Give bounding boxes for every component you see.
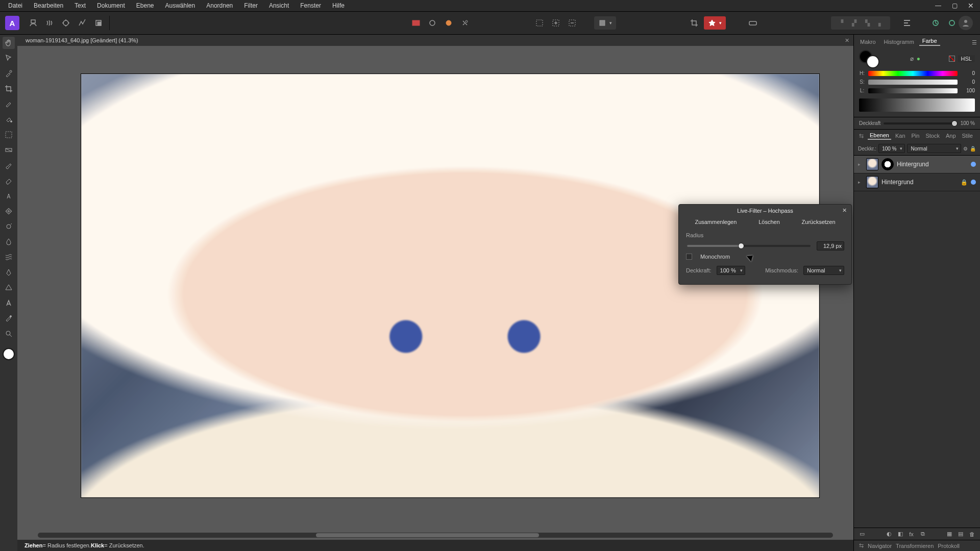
horizontal-scrollbar[interactable] <box>38 533 833 538</box>
layer-thumbnail[interactable] <box>866 158 878 170</box>
clone-tool[interactable] <box>3 190 15 202</box>
menu-bearbeiten[interactable]: Bearbeiten <box>29 1 68 10</box>
lum-slider[interactable] <box>868 88 958 93</box>
dialog-close-button[interactable]: ✕ <box>840 206 848 214</box>
persona-liquify-button[interactable] <box>43 16 56 30</box>
shape-tool[interactable] <box>3 282 15 294</box>
flood-tool[interactable] <box>3 113 15 126</box>
canvas-area[interactable]: Live-Filter – Hochpass ✕ Zusammenlegen L… <box>17 46 853 540</box>
panel-menu-icon[interactable]: ☰ <box>972 39 977 46</box>
dialog-blend-select[interactable]: Normal <box>803 266 844 275</box>
autocontrast-button[interactable] <box>458 16 472 30</box>
paintbrush-tool[interactable] <box>3 159 15 171</box>
layer-mask-thumbnail[interactable] <box>881 158 894 170</box>
artboard[interactable] <box>81 74 819 497</box>
trash-icon[interactable]: 🗑 <box>968 530 976 538</box>
foreground-color-swatch[interactable] <box>3 348 15 360</box>
layer-lock-1[interactable]: 🔒 <box>961 179 968 186</box>
assistant-button[interactable]: ▾ <box>704 16 726 30</box>
tab-ebenen[interactable]: Ebenen <box>868 132 891 140</box>
quickmask-toggle[interactable]: ▾ <box>594 16 616 30</box>
vr-icon[interactable] <box>746 16 760 30</box>
fx-icon[interactable]: fx <box>908 530 916 538</box>
luminance-bar[interactable] <box>859 98 975 112</box>
menu-hilfe[interactable]: Hilfe <box>327 1 350 10</box>
erase-tool[interactable] <box>3 174 15 187</box>
hue-value[interactable]: 0 <box>961 70 975 76</box>
arrange-forward-button[interactable]: ▞ <box>849 18 859 28</box>
crop-icon[interactable] <box>688 16 701 30</box>
tab-kan[interactable]: Kan <box>893 132 908 139</box>
layer-visibility-1[interactable] <box>971 180 976 185</box>
layer-blend-select[interactable]: Normal <box>907 144 961 153</box>
menu-fenster[interactable]: Fenster <box>295 1 326 10</box>
tab-pin[interactable]: Pin <box>910 132 922 139</box>
layer-row-0[interactable]: ▸ Hintergrund <box>854 156 980 173</box>
document-tab[interactable]: woman-1919143_640.jpg [Geändert] (41.3%) <box>21 36 142 44</box>
livefilter-icon[interactable]: ⧉ <box>919 530 927 538</box>
layer-name-1[interactable]: Hintergrund <box>881 179 958 186</box>
hue-slider[interactable] <box>868 71 958 76</box>
marquee-tool[interactable] <box>3 129 15 141</box>
healing-tool[interactable] <box>3 205 15 217</box>
move-tool[interactable] <box>3 52 15 64</box>
window-close-button[interactable]: ✕ <box>964 0 978 11</box>
hand-tool[interactable] <box>3 37 15 49</box>
colorpicker-tool[interactable] <box>3 67 15 80</box>
lum-value[interactable]: 100 <box>961 88 975 93</box>
arrange-back-button[interactable]: ▖ <box>876 18 885 28</box>
live-filter-dialog[interactable]: Live-Filter – Hochpass ✕ Zusammenlegen L… <box>678 204 852 285</box>
persona-tone-button[interactable] <box>76 16 89 30</box>
layer-visibility-0[interactable] <box>971 162 976 167</box>
autolevels-button[interactable] <box>442 16 455 30</box>
color-swatches[interactable] <box>859 50 881 67</box>
sync-2-icon[interactable] <box>945 16 959 30</box>
photo-icon[interactable] <box>409 16 423 30</box>
dialog-opacity-select[interactable]: 100 % <box>717 266 745 275</box>
tab-histogramm[interactable]: Histogramm <box>881 38 917 46</box>
menu-ansicht[interactable]: Ansicht <box>264 1 294 10</box>
dialog-merge-button[interactable]: Zusammenlegen <box>693 218 739 226</box>
menu-text[interactable]: Text <box>69 1 91 10</box>
tab-stile[interactable]: Stile <box>960 132 975 139</box>
zoom-tool[interactable] <box>3 328 15 340</box>
persona-export-button[interactable] <box>92 16 105 30</box>
menu-datei[interactable]: Datei <box>3 1 28 10</box>
selection-new-button[interactable] <box>533 16 546 30</box>
autocolor-button[interactable] <box>426 16 439 30</box>
bottom-swap-icon[interactable]: ⇆ <box>859 542 864 549</box>
layer-expand-icon[interactable]: ▸ <box>858 180 863 185</box>
sat-value[interactable]: 0 <box>961 79 975 85</box>
layer-name-0[interactable]: Hintergrund <box>897 161 968 168</box>
dialog-delete-button[interactable]: Löschen <box>756 218 782 226</box>
color-mode-select[interactable]: HSL <box>958 55 975 62</box>
selectionbrush-tool[interactable] <box>3 98 15 110</box>
window-minimize-button[interactable]: — <box>931 0 945 11</box>
background-swatch[interactable] <box>866 55 879 68</box>
persona-develop-button[interactable] <box>59 16 72 30</box>
layer-opacity-select[interactable]: 100 % <box>878 144 905 153</box>
blur-tool[interactable] <box>3 236 15 248</box>
menu-anordnen[interactable]: Anordnen <box>201 1 238 10</box>
window-maximize-button[interactable]: ▢ <box>947 0 962 11</box>
tab-transformieren[interactable]: Transformieren <box>896 543 934 549</box>
tab-protokoll[interactable]: Protokoll <box>938 543 960 549</box>
radius-slider-thumb[interactable] <box>738 243 744 249</box>
layer-group-icon[interactable]: ▭ <box>858 530 866 538</box>
sync-1-icon[interactable] <box>929 16 942 30</box>
align-button[interactable] <box>900 16 914 30</box>
crop-tool[interactable] <box>3 83 15 95</box>
radius-slider[interactable] <box>687 245 811 247</box>
color-spot-icon[interactable]: ● <box>917 55 920 62</box>
gradient-tool[interactable] <box>3 144 15 156</box>
selection-add-button[interactable] <box>549 16 562 30</box>
sat-slider[interactable] <box>868 80 958 85</box>
menu-ebene[interactable]: Ebene <box>131 1 159 10</box>
layers-toggle-icon[interactable]: ⇆ <box>857 132 866 140</box>
persona-photo-button[interactable] <box>27 16 40 30</box>
horizontal-scrollbar-thumb[interactable] <box>316 533 538 537</box>
eyedropper-icon[interactable]: ⌀ <box>910 55 914 62</box>
tab-stock[interactable]: Stock <box>923 132 942 139</box>
dodge-tool[interactable] <box>3 220 15 233</box>
radius-value-field[interactable]: 12,9 px <box>817 241 844 251</box>
